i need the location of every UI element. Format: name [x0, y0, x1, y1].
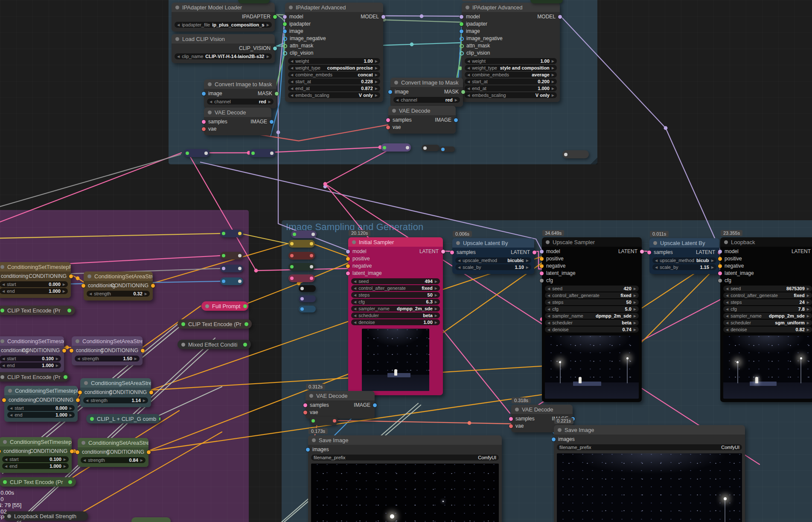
input-dot[interactable]: [283, 15, 287, 19]
reroute-port[interactable]: [293, 233, 296, 236]
node-upscale-latent-by-1[interactable]: Upscale Latent BysamplesLATENT◀upscale_m…: [452, 238, 534, 274]
input-dot[interactable]: [540, 257, 544, 261]
node-cond-area-1[interactable]: ConditioningSetAreaStrengthconditioningC…: [84, 271, 153, 300]
increment-arrow[interactable]: ▶: [145, 292, 147, 296]
increment-arrow[interactable]: ▶: [552, 80, 554, 84]
widget-value[interactable]: 1.000: [17, 363, 54, 368]
reroute-node[interactable]: [299, 295, 316, 302]
widget-value[interactable]: V only: [332, 93, 373, 98]
node-ipadapter-advanced-2[interactable]: IPAdapter AdvancedmodelMODELipadapterima…: [462, 3, 560, 102]
output-port-CONDITIONING[interactable]: CONDITIONING: [100, 347, 138, 354]
widget-sampler_name[interactable]: ◀sampler_namedpmpp_2m_sde▶: [351, 306, 440, 312]
reroute-port[interactable]: [311, 233, 315, 236]
widget-value[interactable]: ComfyUI: [478, 455, 496, 460]
output-dot[interactable]: [147, 450, 151, 454]
node-title-bar[interactable]: Load CLIP Vision: [172, 34, 275, 44]
widget-channel[interactable]: ◀channelred▶: [393, 97, 460, 103]
reroute-port[interactable]: [290, 277, 294, 280]
decrement-arrow[interactable]: ◀: [726, 307, 728, 311]
decrement-arrow[interactable]: ◀: [291, 59, 293, 63]
link-midpoint-dot[interactable]: [664, 126, 668, 130]
decrement-arrow[interactable]: ◀: [10, 413, 12, 417]
input-port-samples[interactable]: samples: [209, 118, 227, 125]
node-save-image-1[interactable]: Save Imageimagesfilename_prefixComfyUI0.…: [308, 435, 502, 522]
widget-seed[interactable]: ◀seed494▶: [351, 278, 440, 284]
input-dot[interactable]: [718, 257, 722, 261]
decrement-arrow[interactable]: ◀: [291, 73, 293, 77]
input-dot[interactable]: [460, 51, 464, 55]
input-port-conditioning[interactable]: conditioning: [82, 449, 109, 456]
widget-weight[interactable]: ◀weight1.00▶: [288, 58, 380, 64]
decrement-arrow[interactable]: ◀: [547, 300, 550, 304]
increment-arrow[interactable]: ▶: [634, 321, 636, 325]
output-dot[interactable]: [76, 398, 80, 402]
decrement-arrow[interactable]: ◀: [210, 100, 212, 104]
output-dot[interactable]: [454, 118, 458, 122]
input-port-vae[interactable]: vae: [393, 124, 401, 131]
increment-arrow[interactable]: ▶: [552, 87, 554, 90]
widget-value[interactable]: bicubic: [696, 258, 709, 263]
input-port-negative[interactable]: negative: [725, 262, 744, 270]
widget-value[interactable]: dpmpp_2m_sde: [585, 313, 632, 318]
increment-arrow[interactable]: ▶: [268, 100, 271, 104]
input-port-image[interactable]: image: [209, 90, 222, 97]
node-clip-l-clip-g-comb[interactable]: CLIP_L + CLIP_G combJPS-Nodes: [86, 414, 160, 423]
widget-embeds_scaling[interactable]: ◀embeds_scalingV only▶: [465, 92, 557, 98]
input-port-attn_mask[interactable]: attn_mask: [466, 42, 490, 50]
reroute-port[interactable]: [564, 153, 568, 156]
widget-value[interactable]: 494: [371, 279, 433, 284]
increment-arrow[interactable]: ▶: [375, 73, 378, 77]
input-port-image_negative[interactable]: image_negative: [466, 35, 503, 42]
widget-combine_embeds[interactable]: ◀combine_embedsconcat▶: [288, 72, 380, 78]
widget-upscale_method[interactable]: ◀upscale_methodbicubic▶: [455, 257, 531, 263]
widget-value[interactable]: 1.10: [483, 265, 524, 270]
widget-strength[interactable]: ◀strength0.84▶: [81, 457, 146, 463]
reroute-port[interactable]: [423, 146, 427, 150]
decrement-arrow[interactable]: ◀: [655, 259, 658, 262]
widget-value[interactable]: 1.00: [488, 58, 550, 64]
input-port-conditioning[interactable]: conditioning: [85, 389, 112, 396]
widget-scheduler[interactable]: ◀schedulerbeta▶: [545, 320, 639, 326]
widget-value[interactable]: average: [511, 72, 550, 77]
node-collapse-dot[interactable]: [394, 81, 398, 85]
increment-arrow[interactable]: ▶: [634, 287, 636, 291]
input-port-positive[interactable]: positive: [725, 255, 742, 262]
link-midpoint-dot[interactable]: [323, 185, 327, 189]
node-collapse-dot[interactable]: [208, 82, 212, 86]
input-port-images[interactable]: images: [559, 436, 575, 443]
reroute-node[interactable]: [220, 265, 243, 272]
input-dot[interactable]: [540, 264, 544, 268]
node-title-bar[interactable]: ConditioningSetTimestepRange: [0, 336, 64, 346]
widget-filename_prefix[interactable]: filename_prefixComfyUI: [311, 455, 499, 461]
widget-end[interactable]: ◀end1.000▶: [7, 412, 75, 418]
increment-arrow[interactable]: ▶: [134, 357, 137, 361]
input-dot[interactable]: [2, 398, 6, 402]
decrement-arrow[interactable]: ◀: [291, 93, 293, 97]
widget-value[interactable]: 0.100: [18, 356, 54, 361]
input-dot[interactable]: [460, 29, 463, 33]
node-collapse-dot[interactable]: [352, 240, 356, 244]
node-collapse-dot[interactable]: [0, 265, 4, 269]
input-dot[interactable]: [460, 15, 463, 19]
decrement-arrow[interactable]: ◀: [547, 314, 550, 318]
node-loopback[interactable]: LoopbackmodelLATENTpositivenegativelaten…: [720, 237, 812, 402]
node-title-bar[interactable]: Save Image: [308, 435, 502, 445]
widget-embeds_scaling[interactable]: ◀embeds_scalingV only▶: [288, 92, 380, 98]
node-collapse-dot[interactable]: [392, 109, 396, 113]
input-dot[interactable]: [460, 22, 463, 26]
node-collapse-dot[interactable]: [289, 6, 293, 9]
node-load-clip-vision[interactable]: Load CLIP VisionCLIP_VISION◀clip_nameCLI…: [172, 34, 275, 63]
node-title-bar[interactable]: ConditioningSetTimestepRange: [4, 386, 78, 395]
widget-value[interactable]: composition precise: [323, 65, 373, 70]
node-title-bar[interactable]: Convert Image to Mask: [390, 78, 463, 87]
reroute-port[interactable]: [290, 254, 294, 257]
output-dot[interactable]: [533, 251, 536, 254]
node-clip-text-encode-4[interactable]: CLIP Text Encode (Pr: [178, 319, 252, 329]
collapse-dot[interactable]: [205, 304, 209, 308]
increment-arrow[interactable]: ▶: [552, 93, 554, 97]
reroute-port[interactable]: [311, 419, 315, 423]
output-port-LATENT[interactable]: LATENT: [618, 248, 637, 255]
input-dot[interactable]: [70, 349, 73, 353]
decrement-arrow[interactable]: ◀: [467, 80, 470, 84]
input-dot[interactable]: [552, 437, 556, 441]
